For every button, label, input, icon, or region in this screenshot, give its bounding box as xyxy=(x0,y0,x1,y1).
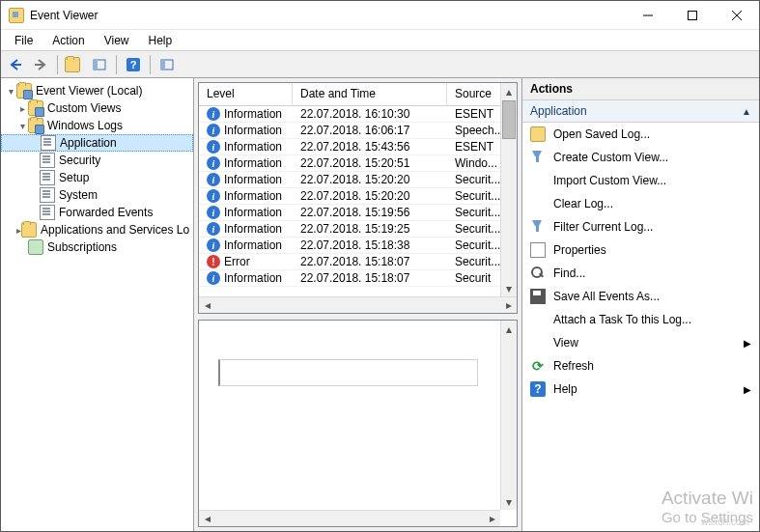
col-level[interactable]: Level xyxy=(199,83,293,105)
action-find[interactable]: Find... xyxy=(522,262,759,285)
maximize-button[interactable] xyxy=(670,1,715,30)
detail-vscroll[interactable]: ▴ ▾ xyxy=(500,321,517,510)
grid-header[interactable]: Level Date and Time Source xyxy=(199,83,517,106)
tree-setup[interactable]: Setup xyxy=(1,169,193,186)
info-icon: i xyxy=(207,107,220,121)
horizontal-scrollbar[interactable]: ◂ ▸ xyxy=(199,296,517,313)
scroll-down-icon[interactable]: ▾ xyxy=(501,493,517,510)
tree-forwarded[interactable]: Forwarded Events xyxy=(1,204,193,221)
subscriptions-icon xyxy=(28,239,43,255)
grid-row[interactable]: iInformation22.07.2018. 16:06:17Speech..… xyxy=(199,123,517,139)
action-help[interactable]: ?Help▶ xyxy=(522,378,759,401)
back-button[interactable] xyxy=(5,54,26,75)
grid-row[interactable]: iInformation22.07.2018. 15:18:38Securit.… xyxy=(199,238,517,254)
info-icon: i xyxy=(207,140,220,154)
tree-windows-logs[interactable]: ▾Windows Logs xyxy=(1,117,193,134)
event-viewer-window: Event Viewer File Action View Help ? ▾Ev… xyxy=(0,0,760,532)
submenu-icon: ▶ xyxy=(744,384,751,395)
grid-row[interactable]: iInformation22.07.2018. 15:19:25Securit.… xyxy=(199,221,517,238)
action-create-custom-view[interactable]: Create Custom View... xyxy=(522,146,759,169)
panel-button[interactable] xyxy=(89,54,110,75)
refresh-icon: ⟳ xyxy=(530,358,546,374)
tree-apps-services[interactable]: ▸Applications and Services Lo xyxy=(1,221,193,238)
actions-subtitle[interactable]: Application ▲ xyxy=(522,100,759,123)
col-date[interactable]: Date and Time xyxy=(293,83,447,105)
forward-button[interactable] xyxy=(30,54,51,75)
find-icon xyxy=(530,266,546,281)
scroll-thumb[interactable] xyxy=(502,100,516,139)
folder-icon xyxy=(21,222,37,238)
info-icon: i xyxy=(207,238,220,252)
center-pane: Level Date and Time Source iInformation2… xyxy=(194,78,521,531)
tree-root[interactable]: ▾Event Viewer (Local) xyxy=(1,82,193,99)
tree-system[interactable]: System xyxy=(1,186,193,204)
scroll-right-icon[interactable]: ▸ xyxy=(500,298,517,312)
log-icon xyxy=(41,135,56,151)
log-icon xyxy=(40,187,55,203)
action-import-custom-view[interactable]: Import Custom View... xyxy=(522,169,759,192)
actions-title: Actions xyxy=(522,78,759,100)
scroll-up-icon[interactable]: ▴ xyxy=(501,321,517,337)
menu-help[interactable]: Help xyxy=(139,32,183,49)
help-icon: ? xyxy=(530,381,546,397)
close-button[interactable] xyxy=(715,1,759,30)
grid-row[interactable]: iInformation22.07.2018. 15:20:51Windo... xyxy=(199,155,517,172)
tree-application[interactable]: Application xyxy=(1,134,193,152)
action-clear-log[interactable]: Clear Log... xyxy=(522,192,759,215)
scroll-right-icon[interactable]: ▸ xyxy=(484,512,500,525)
scroll-left-icon[interactable]: ◂ xyxy=(199,298,215,312)
actions-list: Open Saved Log...Create Custom View...Im… xyxy=(522,123,759,531)
minimize-button[interactable] xyxy=(626,1,670,30)
action-open-saved-log[interactable]: Open Saved Log... xyxy=(522,123,759,146)
info-icon: i xyxy=(207,222,220,236)
grid-row[interactable]: iInformation22.07.2018. 15:18:07Securit xyxy=(199,270,517,287)
grid-row[interactable]: iInformation22.07.2018. 15:20:20Securit.… xyxy=(199,188,517,205)
folder-button[interactable] xyxy=(64,54,85,75)
grid-row[interactable]: iInformation22.07.2018. 15:19:56Securit.… xyxy=(199,205,517,221)
action-properties[interactable]: Properties xyxy=(522,238,759,262)
menu-view[interactable]: View xyxy=(95,32,139,49)
vertical-scrollbar[interactable]: ▴ ▾ xyxy=(500,83,517,296)
navigation-tree[interactable]: ▾Event Viewer (Local) ▸Custom Views ▾Win… xyxy=(1,78,194,531)
event-viewer-icon xyxy=(16,83,32,98)
scroll-down-icon[interactable]: ▾ xyxy=(501,280,517,296)
blank-icon xyxy=(530,335,546,350)
detail-empty-box xyxy=(218,359,478,386)
blank-icon xyxy=(530,196,546,211)
menu-action[interactable]: Action xyxy=(42,32,94,49)
menu-file[interactable]: File xyxy=(5,32,42,49)
action-attach-a-task-to-this-log[interactable]: Attach a Task To this Log... xyxy=(522,308,759,331)
grid-row[interactable]: iInformation22.07.2018. 15:43:56ESENT xyxy=(199,139,517,155)
tree-security[interactable]: Security xyxy=(1,152,193,169)
folder-icon xyxy=(28,118,43,133)
actions-pane: Actions Application ▲ Open Saved Log...C… xyxy=(521,78,759,531)
help-button[interactable]: ? xyxy=(123,54,144,75)
grid-row[interactable]: !Error22.07.2018. 15:18:07Securit... xyxy=(199,254,517,270)
tree-subscriptions[interactable]: Subscriptions xyxy=(1,238,193,256)
action-refresh[interactable]: ⟳Refresh xyxy=(522,354,759,378)
blank-icon xyxy=(530,173,546,188)
events-grid[interactable]: Level Date and Time Source iInformation2… xyxy=(198,82,518,314)
scroll-left-icon[interactable]: ◂ xyxy=(199,512,215,525)
info-icon: i xyxy=(207,173,220,186)
scroll-up-icon[interactable]: ▴ xyxy=(501,83,517,99)
detail-hscroll[interactable]: ◂▸ xyxy=(199,510,500,526)
col-source[interactable]: Source xyxy=(447,83,505,105)
blank-icon xyxy=(530,312,546,327)
titlebar[interactable]: Event Viewer xyxy=(1,1,759,30)
log-icon xyxy=(40,205,55,220)
tree-custom-views[interactable]: ▸Custom Views xyxy=(1,99,193,117)
detail-pane[interactable]: ▴ ▾ ◂▸ xyxy=(198,320,518,527)
grid-row[interactable]: iInformation22.07.2018. 16:10:30ESENT xyxy=(199,106,517,123)
grid-body[interactable]: iInformation22.07.2018. 16:10:30ESENTiIn… xyxy=(199,106,517,296)
grid-row[interactable]: iInformation22.07.2018. 15:20:20Securit.… xyxy=(199,172,517,188)
open-icon xyxy=(530,126,546,142)
log-icon xyxy=(40,153,55,168)
error-icon: ! xyxy=(207,255,220,268)
action-save-all-events-as[interactable]: Save All Events As... xyxy=(522,285,759,308)
action-filter-current-log[interactable]: Filter Current Log... xyxy=(522,215,759,238)
panel2-button[interactable] xyxy=(156,54,178,75)
action-view[interactable]: View▶ xyxy=(522,331,759,354)
menubar: File Action View Help xyxy=(1,30,759,51)
folder-icon xyxy=(28,100,43,116)
